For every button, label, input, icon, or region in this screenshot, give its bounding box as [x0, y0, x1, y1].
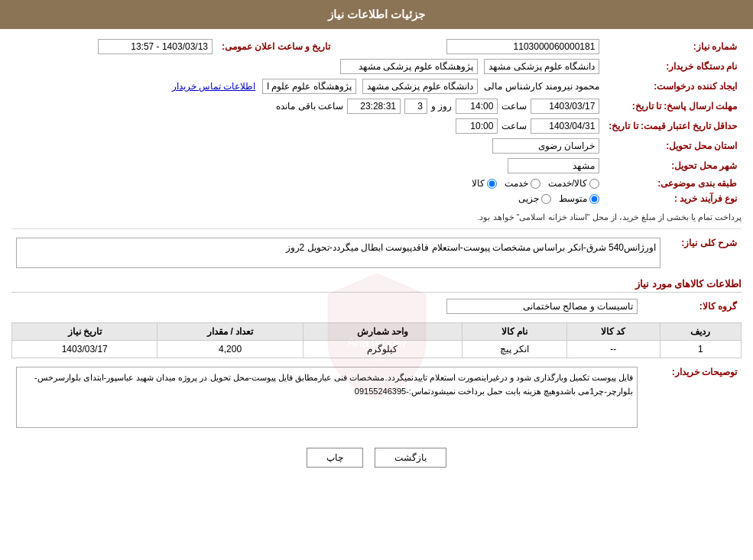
org-name-value1: دانشگاه علوم پزشکی مشهد [484, 59, 599, 74]
table-row: توصیحات خریدار: فایل پیوست تکمیل وبارگذا… [11, 364, 742, 430]
process-options: متوسط جزیی [16, 193, 599, 204]
cell-code: -- [566, 341, 660, 358]
creator-org2: پژوهشگاه علوم علوم ا [262, 79, 356, 94]
cell-date: 1403/03/17 [12, 341, 157, 358]
goods-group-label: گروه کالا: [642, 296, 742, 316]
deadline-days: 3 [404, 99, 427, 114]
col-header-date: تاریخ نیاز [12, 323, 157, 341]
process-option-jozi[interactable]: جزیی [518, 193, 551, 204]
divider-1 [11, 228, 742, 229]
col-header-code: کد کالا [566, 323, 660, 341]
process-note: پرداخت تمام یا بخشی از مبلغ خرید، از محل… [11, 212, 742, 222]
page-header: جزئیات اطلاعات نیاز [0, 0, 753, 29]
creator-name: محمود نیرومند کارشناس مالی [484, 81, 599, 92]
category-label-kala-khedmat: کالا/خدمت [548, 178, 587, 189]
goods-group-value: تاسیسات و مصالح ساختمانی [446, 299, 638, 314]
deadline-remaining: 23:28:31 [347, 99, 401, 114]
cell-name: انکر پیچ [463, 341, 567, 358]
price-validity-label: حداقل تاریخ اعتبار قیمت: تا تاریخ: [604, 116, 742, 136]
col-header-row: ردیف [660, 323, 741, 341]
table-row: گروه کالا: تاسیسات و مصالح ساختمانی [11, 296, 742, 316]
goods-section-title: اطلاعات کالاهای مورد نیاز [11, 278, 742, 293]
price-validity-time: 10:00 [456, 118, 498, 134]
process-label: نوع فرآیند خرید : [604, 191, 742, 206]
deadline-time-label: ساعت [501, 101, 527, 112]
price-validity-time-label: ساعت [501, 121, 527, 131]
print-button[interactable]: چاپ [307, 448, 363, 468]
price-validity-row: 1403/04/31 ساعت 10:00 [16, 118, 599, 134]
city-value: مشهد [508, 158, 599, 173]
watermark-area: AriaTender .net شرح کلی نیاز: اورژانس540… [11, 235, 742, 436]
table-row: ایجاد کننده درخواست: محمود نیرومند کارشن… [11, 76, 742, 96]
goods-group-table: گروه کالا: تاسیسات و مصالح ساختمانی [11, 296, 742, 316]
table-row: شماره نیاز: 1103000060000181 تاریخ و ساع… [11, 37, 742, 57]
process-label-motavasset: متوسط [559, 193, 587, 204]
goods-table: ردیف کد کالا نام کالا واحد شمارش تعداد /… [11, 322, 742, 358]
province-value: خراسان رضوی [492, 138, 599, 154]
cell-unit: کیلوگرم [303, 341, 462, 358]
category-label-kala: کالا [472, 178, 485, 189]
province-label: استان محل تحویل: [604, 136, 742, 156]
table-row: استان محل تحویل: خراسان رضوی [11, 136, 742, 156]
buyer-notes-value: فایل پیوست تکمیل وبارگذاری شود و درغیرای… [16, 367, 638, 428]
table-row: شهر محل تحویل: مشهد [11, 156, 742, 176]
process-label-jozi: جزیی [518, 193, 539, 204]
back-button[interactable]: بازگشت [375, 448, 446, 468]
deadline-date: 1403/03/17 [531, 99, 599, 114]
need-number-value: 1103000060000181 [446, 39, 599, 54]
category-option-kala[interactable]: کالا [472, 178, 497, 189]
category-options: کالا/خدمت خدمت کالا [16, 178, 599, 189]
category-label-khedmat: خدمت [505, 178, 528, 189]
announce-label: تاریخ و ساعت اعلان عمومی: [217, 37, 335, 57]
cell-row: 1 [660, 341, 741, 358]
col-header-unit: واحد شمارش [303, 323, 462, 341]
creator-contact-link[interactable]: اطلاعات تماس خریدار [172, 81, 256, 92]
table-row: شرح کلی نیاز: اورژانس540 شرق-انکر براساس… [11, 235, 742, 270]
deadline-time: 14:00 [456, 99, 498, 114]
buyer-notes-label: توصیحات خریدار: [642, 364, 742, 430]
category-option-khedmat[interactable]: خدمت [505, 178, 540, 189]
category-radio-kala[interactable] [487, 179, 497, 189]
table-header-row: ردیف کد کالا نام کالا واحد شمارش تعداد /… [12, 323, 742, 341]
page-title: جزئیات اطلاعات نیاز [328, 8, 425, 21]
creator-org: دانشگاه علوم پزشکی مشهد [362, 79, 478, 94]
announce-value: 1403/03/13 - 13:57 [98, 39, 213, 54]
main-container: جزئیات اطلاعات نیاز شماره نیاز: 11030000… [0, 0, 753, 560]
category-option-kala-khedmat[interactable]: کالا/خدمت [548, 178, 599, 189]
deadline-days-label: روز و [431, 101, 452, 112]
info-table: شماره نیاز: 1103000060000181 تاریخ و ساع… [11, 37, 742, 206]
org-name-value2: پژوهشگاه علوم پزشکی مشهد [340, 59, 478, 74]
table-row: مهلت ارسال پاسخ: تا تاریخ: 1403/03/17 سا… [11, 96, 742, 116]
deadline-remaining-label: ساعت باقی مانده [276, 101, 343, 112]
city-label: شهر محل تحویل: [604, 156, 742, 176]
col-header-qty: تعداد / مقدار [157, 323, 303, 341]
deadline-label: مهلت ارسال پاسخ: تا تاریخ: [604, 96, 742, 116]
general-desc-table: شرح کلی نیاز: اورژانس540 شرق-انکر براساس… [11, 235, 742, 270]
buyer-notes-table: توصیحات خریدار: فایل پیوست تکمیل وبارگذا… [11, 364, 742, 430]
cell-quantity: 4,200 [157, 341, 303, 358]
table-row: طبقه بندی موضوعی: کالا/خدمت خدمت [11, 176, 742, 191]
deadline-row: 1403/03/17 ساعت 14:00 روز و 3 23:28:31 س… [16, 99, 599, 114]
process-radio-motavasset[interactable] [589, 194, 599, 204]
price-validity-date: 1403/04/31 [531, 118, 599, 134]
table-row: حداقل تاریخ اعتبار قیمت: تا تاریخ: 1403/… [11, 116, 742, 136]
process-radio-jozi[interactable] [541, 194, 551, 204]
need-number-label: شماره نیاز: [604, 37, 742, 57]
category-radio-khedmat[interactable] [531, 179, 540, 189]
col-header-name: نام کالا [463, 323, 567, 341]
category-radio-kala-khedmat[interactable] [589, 179, 599, 189]
general-desc-label: شرح کلی نیاز: [665, 235, 742, 270]
content-area: شماره نیاز: 1103000060000181 تاریخ و ساع… [0, 29, 753, 487]
category-label: طبقه بندی موضوعی: [604, 176, 742, 191]
table-row: 1--انکر پیچکیلوگرم4,2001403/03/17 [12, 341, 742, 358]
general-desc-value: اورژانس540 شرق-انکر براساس مشخصات پیوست-… [16, 238, 660, 268]
button-row: بازگشت چاپ [11, 448, 742, 468]
general-desc-section: شرح کلی نیاز: اورژانس540 شرق-انکر براساس… [11, 235, 742, 270]
creator-label: ایجاد کننده درخواست: [604, 76, 742, 96]
org-name-label: نام دستگاه خریدار: [604, 57, 742, 76]
process-option-motavasset[interactable]: متوسط [559, 193, 599, 204]
table-row: نوع فرآیند خرید : متوسط جزیی [11, 191, 742, 206]
table-row: نام دستگاه خریدار: دانشگاه علوم پزشکی مش… [11, 57, 742, 76]
